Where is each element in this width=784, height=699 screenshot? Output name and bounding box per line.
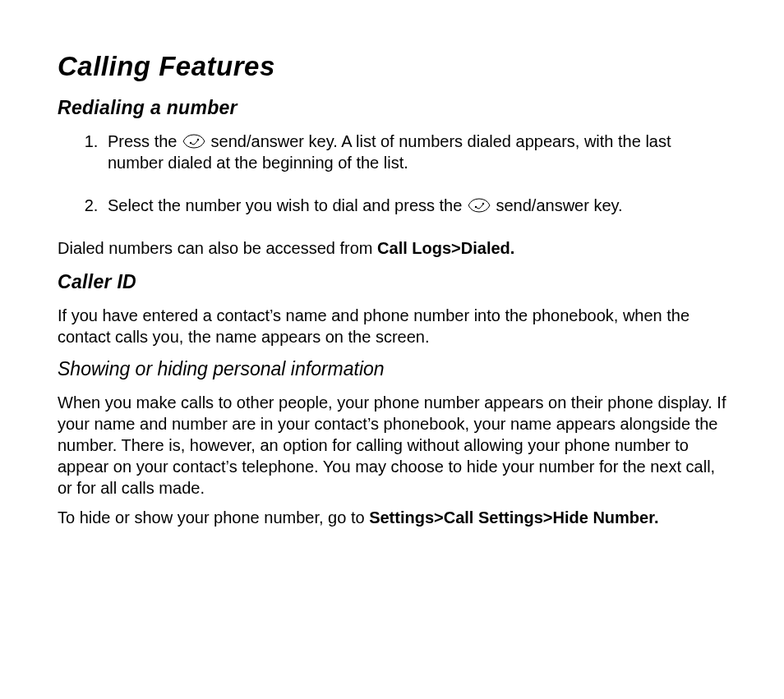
callerid-body: If you have entered a contact’s name and… <box>58 305 726 347</box>
section-redialing-heading: Redialing a number <box>58 96 726 121</box>
showhide-body: When you make calls to other people, you… <box>58 392 726 499</box>
page-title: Calling Features <box>58 49 726 85</box>
redial-step-2: Select the number you wish to dial and p… <box>103 195 726 216</box>
step1-text-a: Press the <box>108 132 182 150</box>
step2-text-a: Select the number you wish to dial and p… <box>108 196 467 214</box>
send-answer-key-icon <box>182 133 206 149</box>
step2-text-b: send/answer key. <box>491 196 623 214</box>
send-answer-key-icon <box>467 197 491 214</box>
hide-number-instruction: To hide or show your phone number, go to… <box>58 507 726 528</box>
menu-path-hide-number: Settings>Call Settings>Hide Number. <box>369 508 658 527</box>
dialed-note-prefix: Dialed numbers can also be accessed from <box>58 239 377 257</box>
section-callerid-heading: Caller ID <box>58 270 726 295</box>
redial-steps: Press the send/answer key. A list of num… <box>58 131 726 216</box>
redial-step-1: Press the send/answer key. A list of num… <box>103 131 726 173</box>
menu-path-call-logs-dialed: Call Logs>Dialed. <box>377 239 514 257</box>
hide-number-prefix: To hide or show your phone number, go to <box>58 508 369 527</box>
dialed-note: Dialed numbers can also be accessed from… <box>58 237 726 259</box>
section-showhide-heading: Showing or hiding personal information <box>58 357 726 382</box>
